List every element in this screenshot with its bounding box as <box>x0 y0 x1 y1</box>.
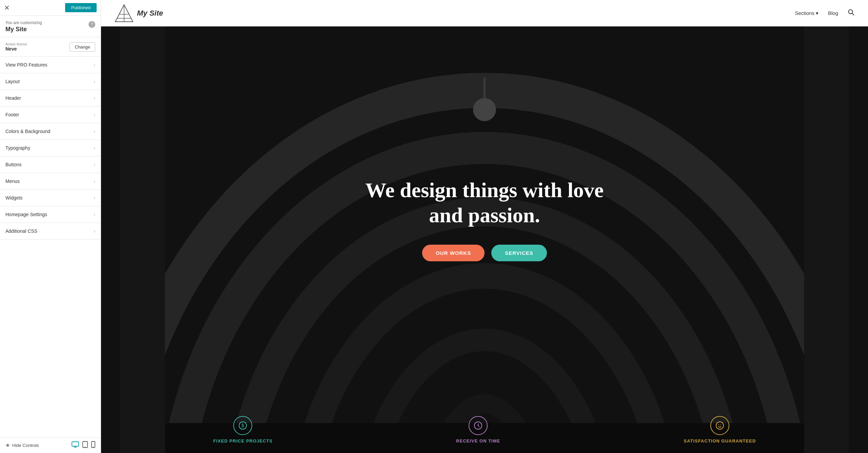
receive-time-icon <box>469 416 488 435</box>
site-preview: My Site Sections ▾ Blog <box>101 0 868 453</box>
published-button[interactable]: Published <box>65 3 97 12</box>
customizing-section: You are customizing My Site ? <box>0 16 101 37</box>
svg-point-35 <box>718 424 719 425</box>
receive-time-label: RECEIVE ON TIME <box>456 438 500 443</box>
menu-item-footer[interactable]: Footer › <box>0 107 101 123</box>
hero-title-line1: We design things with love <box>366 178 604 202</box>
satisfaction-icon <box>710 416 729 435</box>
menu-item-view-pro[interactable]: View PRO Features › <box>0 57 101 73</box>
svg-point-12 <box>849 10 853 14</box>
blog-nav-item[interactable]: Blog <box>828 10 838 16</box>
site-logo: My Site <box>115 4 163 22</box>
site-nav: My Site Sections ▾ Blog <box>101 0 868 26</box>
svg-point-6 <box>93 447 94 447</box>
menu-item-header[interactable]: Header › <box>0 90 101 107</box>
device-icons <box>72 441 95 450</box>
eye-icon: 👁 <box>5 443 10 448</box>
sections-chevron-icon: ▾ <box>816 10 818 16</box>
chevron-right-icon: › <box>94 228 95 234</box>
site-name: My Site <box>5 26 42 33</box>
theme-name: Neve <box>5 46 27 52</box>
menu-item-menus[interactable]: Menus › <box>0 173 101 190</box>
svg-point-34 <box>716 422 724 429</box>
chevron-right-icon: › <box>94 195 95 201</box>
blog-label: Blog <box>828 10 838 16</box>
logo-text: My Site <box>137 9 163 18</box>
chevron-right-icon: › <box>94 95 95 101</box>
sections-nav-item[interactable]: Sections ▾ <box>795 10 818 16</box>
hide-controls-button[interactable]: 👁 Hide Controls <box>5 443 39 448</box>
search-icon[interactable] <box>848 9 854 17</box>
menu-item-buttons[interactable]: Buttons › <box>0 156 101 173</box>
svg-line-13 <box>852 13 854 15</box>
svg-line-33 <box>478 426 479 427</box>
tablet-view-button[interactable] <box>82 441 88 450</box>
fixed-price-icon: $ <box>233 416 252 435</box>
menu-item-label: Header <box>5 95 21 101</box>
active-theme-section: Active theme Neve Change <box>0 37 101 57</box>
menu-item-additional-css[interactable]: Additional CSS › <box>0 223 101 240</box>
logo-icon <box>115 4 134 22</box>
menu-item-label: Homepage Settings <box>5 212 47 217</box>
svg-point-4 <box>85 447 85 447</box>
svg-text:$: $ <box>241 423 244 428</box>
chevron-right-icon: › <box>94 112 95 117</box>
menu-item-label: Buttons <box>5 162 21 167</box>
menu-item-typography[interactable]: Typography › <box>0 140 101 156</box>
svg-point-36 <box>721 424 721 425</box>
chevron-right-icon: › <box>94 62 95 68</box>
menu-item-label: Layout <box>5 79 20 84</box>
hide-controls-label: Hide Controls <box>12 443 39 448</box>
menu-item-colors-background[interactable]: Colors & Background › <box>0 123 101 140</box>
services-button[interactable]: SERVICES <box>491 245 547 261</box>
menu-item-label: Colors & Background <box>5 129 50 134</box>
feature-receive-time: RECEIVE ON TIME <box>456 416 500 443</box>
mobile-view-button[interactable] <box>91 441 95 450</box>
chevron-right-icon: › <box>94 162 95 167</box>
feature-satisfaction: SATISFACTION GUARANTEED <box>684 416 756 443</box>
menu-item-homepage-settings[interactable]: Homepage Settings › <box>0 206 101 223</box>
change-theme-button[interactable]: Change <box>70 42 95 52</box>
desktop-view-button[interactable] <box>72 441 79 450</box>
menu-item-label: Widgets <box>5 195 23 201</box>
hero-buttons: OUR WORKS SERVICES <box>422 245 547 261</box>
panel-bottom: 👁 Hide Controls <box>0 437 101 453</box>
menu-item-label: Footer <box>5 112 19 117</box>
chevron-right-icon: › <box>94 129 95 134</box>
menu-item-label: Additional CSS <box>5 228 37 234</box>
satisfaction-label: SATISFACTION GUARANTEED <box>684 438 756 443</box>
hero-title: We design things with love and passion. <box>366 177 604 228</box>
svg-rect-0 <box>72 442 79 446</box>
customizing-label: You are customizing <box>5 20 42 25</box>
nav-right: Sections ▾ Blog <box>795 9 854 17</box>
fixed-price-label: FIXED PRICE PROJECTS <box>213 438 273 443</box>
feature-fixed-price: $ FIXED PRICE PROJECTS <box>213 416 273 443</box>
features-strip: $ FIXED PRICE PROJECTS RECEIVE ON TIME <box>101 409 868 453</box>
menu-item-label: Menus <box>5 178 20 184</box>
menu-item-layout[interactable]: Layout › <box>0 73 101 90</box>
chevron-right-icon: › <box>94 212 95 217</box>
menu-item-label: View PRO Features <box>5 62 47 68</box>
hero-content: We design things with love and passion. … <box>101 26 868 405</box>
hero-section: We design things with love and passion. … <box>101 26 868 453</box>
chevron-right-icon: › <box>94 79 95 84</box>
hero-title-line2: and passion. <box>429 204 540 227</box>
panel-topbar: ✕ Published <box>0 0 101 16</box>
close-button[interactable]: ✕ <box>4 4 10 11</box>
menu-item-widgets[interactable]: Widgets › <box>0 190 101 206</box>
menu-list: View PRO Features › Layout › Header › Fo… <box>0 57 101 240</box>
menu-item-label: Typography <box>5 145 30 151</box>
chevron-right-icon: › <box>94 145 95 151</box>
help-icon[interactable]: ? <box>88 21 95 28</box>
chevron-right-icon: › <box>94 178 95 184</box>
our-works-button[interactable]: OUR WORKS <box>422 245 485 261</box>
active-theme-label: Active theme <box>5 42 27 46</box>
sections-label: Sections <box>795 10 814 16</box>
customizer-panel: ✕ Published You are customizing My Site … <box>0 0 101 453</box>
